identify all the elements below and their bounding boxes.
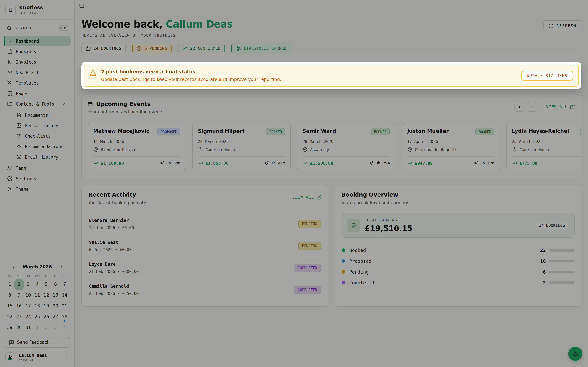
events-prev-button[interactable] xyxy=(515,102,524,112)
mini-calendar: March 2026 SuMoTuWeThFrSa 12345678910111… xyxy=(0,263,75,334)
stat-earned[interactable]: £19,510.15 EARNED xyxy=(231,44,291,53)
sidebar-item-label: Checklists xyxy=(25,133,51,138)
calendar-day[interactable]: 29 xyxy=(5,322,14,333)
sidebar-item-media-library[interactable]: Media Library xyxy=(14,120,70,131)
calendar-day[interactable]: 19 xyxy=(42,300,51,311)
list-item[interactable]: Elenora Bernier 19 Jun 2026 • £0.00 PEND… xyxy=(88,213,321,235)
sidebar-item-recommendations[interactable]: Recommendations xyxy=(14,141,70,152)
event-name: Sigmund Hilpert xyxy=(198,128,245,134)
calendar-day[interactable]: 31 xyxy=(24,322,33,333)
calendar-day[interactable]: 4 xyxy=(33,279,42,290)
calendar-day[interactable]: 9 xyxy=(14,290,24,300)
status-badge: BOOKED xyxy=(580,128,581,135)
calendar-day[interactable]: 17 xyxy=(24,300,33,311)
alert-title: 2 past bookings need a final status xyxy=(101,69,516,74)
page-title: Welcome back, Callum Deas xyxy=(81,18,233,30)
activity-meta: 21 Feb 2026 • £800.00 xyxy=(89,269,139,274)
event-date: 28 March 2026 xyxy=(303,139,390,144)
calendar-day[interactable]: 13 xyxy=(51,290,60,300)
stat-bookings[interactable]: 24 BOOKINGS xyxy=(81,44,126,53)
calendar-day[interactable]: 12 xyxy=(42,290,51,300)
calendar-day[interactable]: 10 xyxy=(24,290,33,300)
calendar-day[interactable]: 5 xyxy=(42,279,51,290)
sidebar-item-templates[interactable]: Templates xyxy=(4,78,70,88)
list-item[interactable]: Camille Gerhold 25 Feb 2026 • £550.00 CO… xyxy=(88,279,321,300)
calendar-day[interactable]: 18 xyxy=(33,300,42,311)
calendar-day[interactable]: 21 xyxy=(60,300,69,311)
calendar-day[interactable]: 1 xyxy=(33,322,42,333)
stat-confirmed[interactable]: 22 CONFIRMED xyxy=(178,44,225,53)
sidebar-item-theme[interactable]: Theme xyxy=(4,184,70,194)
refresh-button[interactable]: REFRESH xyxy=(543,20,581,31)
calendar-day[interactable]: 3 xyxy=(24,279,33,290)
sidebar-item-checklists[interactable]: Checklists xyxy=(14,131,70,141)
calendar-day[interactable]: 24 xyxy=(24,311,33,322)
stat-pending[interactable]: 6 PENDING xyxy=(132,44,172,53)
assistant-fab-button[interactable] xyxy=(568,347,582,361)
sidebar-item-documents[interactable]: Documents xyxy=(14,110,70,120)
total-earnings-card: TOTAL EARNINGS £19,510.15 24 BOOKINGS xyxy=(341,213,575,238)
panel-left-icon[interactable] xyxy=(79,3,84,8)
events-next-button[interactable] xyxy=(528,102,537,112)
search-icon xyxy=(7,25,12,31)
calendar-day[interactable]: 15 xyxy=(5,300,14,311)
search-input[interactable]: SEARCH... ⌘ P xyxy=(4,23,70,33)
inbox-icon xyxy=(17,154,22,159)
sidebar-item-dashboard[interactable]: Dashboard xyxy=(4,36,70,46)
calendar-day[interactable]: 28 xyxy=(60,311,69,322)
account-menu[interactable]: k Callum Deas ACCOUNT xyxy=(0,350,75,367)
events-view-all-link[interactable]: VIEW ALL xyxy=(546,104,575,109)
event-duration: 3h 29m xyxy=(376,161,390,166)
calendar-day[interactable]: 8 xyxy=(5,290,14,300)
sidebar-item-email-history[interactable]: Email History xyxy=(14,152,70,162)
list-item[interactable]: Vallie West 6 Jun 2026 • £0.00 PENDING xyxy=(88,235,321,257)
calendar-day[interactable]: 7 xyxy=(60,279,69,290)
event-card[interactable]: Juston Mueller BOOKED 17 April 2026 Chât… xyxy=(402,123,500,170)
calendar-day-header: Mo xyxy=(14,274,24,277)
calendar-day[interactable]: 16 xyxy=(14,300,24,311)
calendar-next-button[interactable] xyxy=(57,263,65,271)
event-card[interactable]: Samir Ward BOOKED 28 March 2026 Aswanley… xyxy=(297,123,395,170)
mail-plus-icon xyxy=(7,70,12,75)
calendar-day[interactable]: 6 xyxy=(51,279,60,290)
event-card[interactable]: Sigmund Hilpert BOOKED 22 March 2026 Cam… xyxy=(192,123,291,170)
navigation-icon xyxy=(264,161,269,166)
sidebar-item-team[interactable]: Team xyxy=(4,163,70,173)
sidebar-item-bookings[interactable]: Bookings xyxy=(4,46,70,57)
event-card[interactable]: Mathew Macejkovic PROPOSED 14 March 2026… xyxy=(88,123,186,170)
calendar-day[interactable]: 4 xyxy=(60,322,69,333)
search-placeholder: SEARCH... xyxy=(15,26,40,30)
calendar-day[interactable]: 30 xyxy=(14,322,24,333)
activity-view-all-link[interactable]: VIEW ALL xyxy=(292,195,321,200)
calendar-day[interactable]: 27 xyxy=(51,311,60,322)
app-root: Knotless TEAM LEAD SEARCH... ⌘ P Dashboa… xyxy=(0,0,588,367)
calendar-day[interactable]: 22 xyxy=(5,311,14,322)
calendar-day[interactable]: 26 xyxy=(42,311,51,322)
calendar-prev-button[interactable] xyxy=(9,263,17,271)
calendar-day[interactable]: 2 xyxy=(14,279,24,290)
sidebar-item-content-tools[interactable]: Content & Tools xyxy=(4,99,70,109)
calendar-day[interactable]: 1 xyxy=(5,279,14,290)
list-item[interactable]: Loyce Dare 21 Feb 2026 • £800.00 COMPLET… xyxy=(88,257,321,279)
sidebar-item-pages[interactable]: Pages xyxy=(4,88,70,99)
calendar-day[interactable]: 23 xyxy=(14,311,24,322)
calendar-day[interactable]: 11 xyxy=(33,290,42,300)
sidebar-item-settings[interactable]: Settings xyxy=(4,173,70,184)
sidebar-item-new-email[interactable]: New Email xyxy=(4,67,70,78)
calendar-day[interactable]: 14 xyxy=(60,290,69,300)
calendar-day[interactable]: 20 xyxy=(51,300,60,311)
sidebar-item-label: Documents xyxy=(25,113,48,117)
event-card[interactable]: Lydia Hayes-Reichel BOOKED 25 April 2026… xyxy=(506,123,581,170)
sidebar-item-invoices[interactable]: Invoices xyxy=(4,57,70,67)
update-statuses-button[interactable]: UPDATE STATUSES xyxy=(521,71,573,80)
calendar-day[interactable]: 2 xyxy=(42,322,51,333)
send-feedback-button[interactable]: Send Feedback xyxy=(5,337,70,348)
event-date: 22 March 2026 xyxy=(198,139,285,144)
event-duration: 6h 38m xyxy=(166,161,181,166)
stat-label: 24 BOOKINGS xyxy=(94,46,121,51)
event-location: Aswanley xyxy=(310,148,329,152)
calendar-day[interactable]: 3 xyxy=(51,322,60,333)
calendar-day-header: Th xyxy=(42,274,51,277)
calendar-day[interactable]: 25 xyxy=(33,311,42,322)
brand-logo xyxy=(5,5,16,15)
